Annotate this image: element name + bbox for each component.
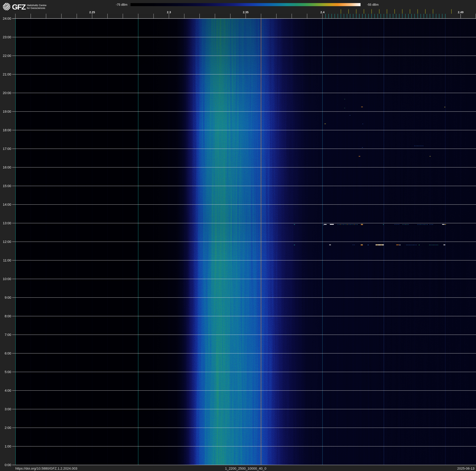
- svg-text:2.49: 2.49: [458, 11, 464, 14]
- svg-text:11:00: 11:00: [3, 258, 11, 262]
- svg-text:for Geosciences: for Geosciences: [27, 7, 45, 9]
- svg-text:1_2200_2500_10000_40_0: 1_2200_2500_10000_40_0: [225, 467, 266, 471]
- svg-text:2.3: 2.3: [167, 11, 171, 14]
- svg-text:8:00: 8:00: [5, 314, 11, 318]
- svg-text:7:00: 7:00: [5, 333, 11, 337]
- svg-text:-75 dBm: -75 dBm: [116, 3, 127, 6]
- svg-text:18:00: 18:00: [3, 128, 11, 132]
- svg-text:https://doi.org/10.5880/GFZ.1.: https://doi.org/10.5880/GFZ.1.2.2024.003: [15, 467, 77, 471]
- svg-text:10:00: 10:00: [3, 277, 11, 281]
- svg-text:2.25: 2.25: [89, 11, 95, 14]
- svg-text:19:00: 19:00: [3, 109, 11, 113]
- svg-text:12:00: 12:00: [3, 240, 11, 244]
- svg-text:2.35: 2.35: [243, 11, 249, 14]
- svg-text:9:00: 9:00: [5, 296, 11, 299]
- svg-text:22:00: 22:00: [3, 54, 11, 58]
- svg-text:5:00: 5:00: [5, 370, 11, 374]
- svg-text:-55 dBm: -55 dBm: [367, 3, 379, 6]
- svg-text:4:00: 4:00: [5, 389, 11, 392]
- svg-text:2025-06-13: 2025-06-13: [457, 467, 475, 471]
- svg-text:13:00: 13:00: [3, 221, 11, 225]
- svg-text:1:00: 1:00: [5, 444, 11, 448]
- svg-text:20:00: 20:00: [3, 91, 11, 95]
- svg-text:21:00: 21:00: [3, 72, 11, 76]
- svg-text:15:00: 15:00: [3, 184, 11, 188]
- svg-text:0:00: 0:00: [5, 463, 11, 467]
- svg-text:14:00: 14:00: [3, 203, 11, 206]
- svg-text:Helmholtz Centre: Helmholtz Centre: [27, 4, 46, 7]
- svg-text:GFZ: GFZ: [12, 3, 26, 11]
- svg-text:23:00: 23:00: [3, 35, 11, 39]
- svg-text:3:00: 3:00: [5, 407, 11, 411]
- svg-text:2.4: 2.4: [321, 11, 324, 14]
- svg-text:6:00: 6:00: [5, 351, 11, 355]
- svg-text:24:00: 24:00: [3, 17, 11, 20]
- svg-text:2:00: 2:00: [5, 426, 11, 430]
- svg-text:16:00: 16:00: [3, 165, 11, 169]
- svg-text:17:00: 17:00: [3, 147, 11, 151]
